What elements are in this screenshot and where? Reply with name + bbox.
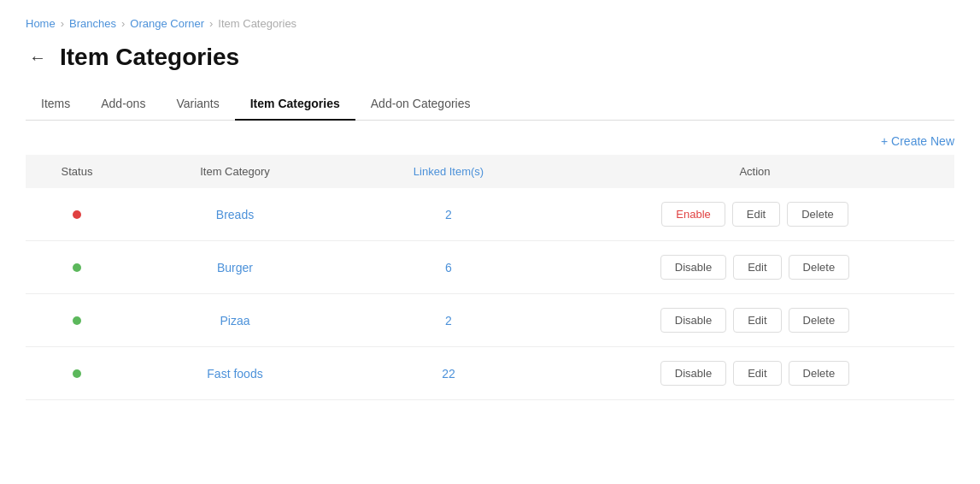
table-row: Pizaa2DisableEditDelete xyxy=(26,294,954,347)
action-buttons: EnableEditDelete xyxy=(569,202,941,227)
action-cell: DisableEditDelete xyxy=(555,241,954,294)
status-cell xyxy=(26,294,128,347)
status-cell xyxy=(26,347,128,400)
category-cell: Fast foods xyxy=(128,347,342,400)
table-head: Status Item Category Linked Item(s) Acti… xyxy=(26,155,954,188)
tabs-nav: Items Add-ons Variants Item Categories A… xyxy=(26,88,954,121)
page-wrapper: Home › Branches › Orange Corner › Item C… xyxy=(0,0,980,417)
edit-button[interactable]: Edit xyxy=(733,308,781,333)
tab-addons[interactable]: Add-ons xyxy=(85,88,161,121)
breadcrumb-sep-1: › xyxy=(61,17,64,30)
create-new-button[interactable]: + Create New xyxy=(881,134,954,148)
back-button[interactable]: ← xyxy=(26,44,50,71)
action-cell: EnableEditDelete xyxy=(555,188,954,241)
linked-cell: 2 xyxy=(342,294,555,347)
breadcrumb-home[interactable]: Home xyxy=(26,17,56,30)
breadcrumb-sep-2: › xyxy=(121,17,125,30)
status-dot xyxy=(73,316,81,325)
delete-button[interactable]: Delete xyxy=(789,308,850,333)
status-dot xyxy=(73,210,81,219)
tab-items[interactable]: Items xyxy=(26,88,85,121)
breadcrumb-current: Item Categories xyxy=(218,17,296,30)
linked-cell: 2 xyxy=(342,188,555,241)
category-cell: Burger xyxy=(128,241,342,294)
col-category: Item Category xyxy=(128,155,342,188)
category-cell: Breads xyxy=(128,188,342,241)
tab-addon-categories[interactable]: Add-on Categories xyxy=(355,88,486,121)
toolbar: + Create New xyxy=(26,121,954,155)
enable-button[interactable]: Enable xyxy=(661,202,725,227)
table-row: Fast foods22DisableEditDelete xyxy=(26,347,954,400)
col-linked: Linked Item(s) xyxy=(342,155,555,188)
action-buttons: DisableEditDelete xyxy=(569,255,941,280)
breadcrumb-sep-3: › xyxy=(209,17,213,30)
table-body: Breads2EnableEditDeleteBurger6DisableEdi… xyxy=(26,188,954,400)
edit-button[interactable]: Edit xyxy=(733,361,781,386)
breadcrumb-orange-corner[interactable]: Orange Corner xyxy=(130,17,204,30)
disable-button[interactable]: Disable xyxy=(660,255,726,280)
page-title: Item Categories xyxy=(60,44,239,71)
delete-button[interactable]: Delete xyxy=(789,255,850,280)
status-dot xyxy=(73,369,81,378)
status-cell xyxy=(26,188,128,241)
tab-item-categories[interactable]: Item Categories xyxy=(235,88,355,121)
action-buttons: DisableEditDelete xyxy=(569,308,941,333)
table-row: Breads2EnableEditDelete xyxy=(26,188,954,241)
status-cell xyxy=(26,241,128,294)
status-dot xyxy=(73,263,81,272)
col-status: Status xyxy=(26,155,128,188)
categories-table: Status Item Category Linked Item(s) Acti… xyxy=(26,155,954,400)
linked-cell: 22 xyxy=(342,347,555,400)
col-action: Action xyxy=(555,155,954,188)
delete-button[interactable]: Delete xyxy=(787,202,848,227)
category-cell: Pizaa xyxy=(128,294,342,347)
delete-button[interactable]: Delete xyxy=(789,361,850,386)
breadcrumb-branches[interactable]: Branches xyxy=(69,17,116,30)
linked-cell: 6 xyxy=(342,241,555,294)
table-header-row: Status Item Category Linked Item(s) Acti… xyxy=(26,155,954,188)
action-cell: DisableEditDelete xyxy=(555,294,954,347)
tab-variants[interactable]: Variants xyxy=(161,88,234,121)
action-buttons: DisableEditDelete xyxy=(569,361,941,386)
page-header: ← Item Categories xyxy=(26,44,954,71)
edit-button[interactable]: Edit xyxy=(732,202,780,227)
action-cell: DisableEditDelete xyxy=(555,347,954,400)
breadcrumb: Home › Branches › Orange Corner › Item C… xyxy=(26,17,954,30)
disable-button[interactable]: Disable xyxy=(660,361,726,386)
disable-button[interactable]: Disable xyxy=(660,308,726,333)
table-row: Burger6DisableEditDelete xyxy=(26,241,954,294)
edit-button[interactable]: Edit xyxy=(733,255,781,280)
